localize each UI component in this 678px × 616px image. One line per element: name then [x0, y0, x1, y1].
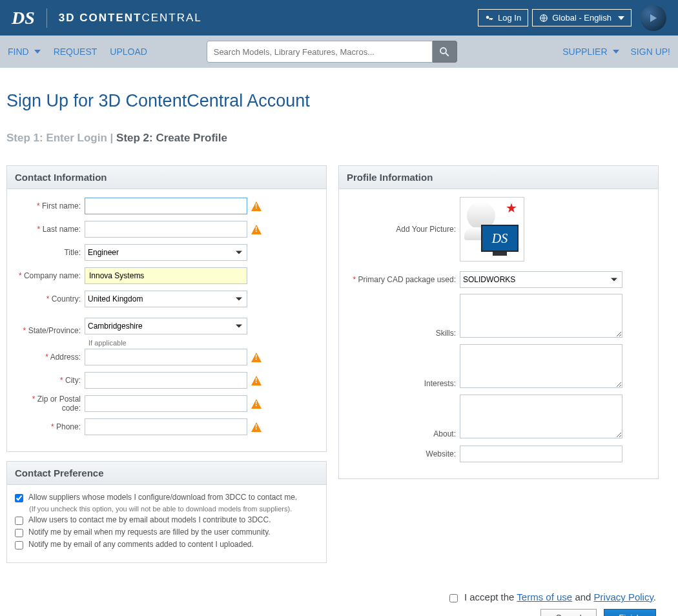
monitor-icon: DS: [481, 225, 519, 252]
contact-pref-title: Contact Preference: [7, 462, 326, 485]
search-icon: [438, 46, 450, 57]
title-label: Title:: [15, 248, 85, 257]
finish-button[interactable]: Finish: [604, 609, 656, 616]
accept-prefix: I accept the: [464, 591, 517, 602]
state-hint: If applicable: [88, 339, 318, 347]
avatar-upload[interactable]: ★ DS: [460, 197, 524, 262]
step-indicator: Step 1: Enter Login | Step 2: Create Pro…: [6, 132, 659, 145]
search-wrap: [207, 41, 457, 63]
pref-users-checkbox[interactable]: [15, 517, 23, 525]
nav-find[interactable]: FIND: [8, 46, 41, 57]
pref-users-label: Allow users to contact me by email about…: [28, 515, 271, 524]
city-label: * City:: [15, 376, 85, 385]
svg-line-2: [446, 53, 449, 56]
page-title: Sign Up for 3D ContentCentral Account: [6, 91, 659, 111]
nav-bar: FIND REQUEST UPLOAD SUPPLIER SIGN UP!: [0, 36, 678, 68]
phone-input[interactable]: [85, 418, 247, 435]
chevron-down-icon: [613, 50, 619, 54]
contact-info-panel: Contact Information * First name: * Last…: [6, 165, 327, 452]
country-select[interactable]: United Kingdom: [85, 291, 247, 307]
first-name-label: * First name:: [15, 201, 85, 210]
interests-textarea[interactable]: [460, 344, 622, 388]
accept-checkbox[interactable]: [449, 594, 458, 602]
nav-signup[interactable]: SIGN UP!: [631, 46, 670, 57]
main-content: Sign Up for 3D ContentCentral Account St…: [0, 68, 665, 616]
divider: [46, 8, 47, 28]
warning-icon: [251, 376, 262, 385]
company-input[interactable]: [85, 267, 247, 284]
accept-period: .: [653, 591, 656, 602]
about-label: About:: [347, 429, 460, 438]
last-name-input[interactable]: [85, 221, 247, 238]
nav-find-label: FIND: [8, 46, 29, 57]
website-input[interactable]: [460, 446, 622, 462]
experience-logo-icon[interactable]: [641, 5, 666, 31]
login-label: Log In: [498, 13, 521, 23]
contact-pref-panel: Contact Preference Allow suppliers whose…: [6, 461, 327, 563]
last-name-label: * Last name:: [15, 225, 85, 234]
pref-comments-label: Notify me by email of any comments added…: [28, 540, 254, 549]
nav-upload[interactable]: UPLOAD: [110, 46, 147, 57]
pref-requests-checkbox[interactable]: [15, 529, 23, 537]
pref-suppliers-sub: (If you uncheck this option, you will no…: [29, 505, 318, 513]
star-icon: ★: [506, 200, 517, 216]
nav-request[interactable]: REQUEST: [54, 46, 98, 57]
logo-area: DS 3D CONTENTCENTRAL: [12, 8, 202, 28]
skills-label: Skills:: [347, 329, 460, 338]
zip-label: * Zip or Postal code:: [15, 395, 85, 413]
pref-comments-checkbox[interactable]: [15, 541, 23, 549]
monitor-stand: [493, 252, 507, 256]
title-select[interactable]: Engineer: [85, 244, 247, 261]
skills-textarea[interactable]: [460, 294, 622, 338]
nav-supplier[interactable]: SUPPLIER: [562, 46, 619, 57]
top-header: DS 3D CONTENTCENTRAL Log In Global - Eng…: [0, 0, 678, 36]
address-label: * Address:: [15, 353, 85, 362]
company-label: * Company name:: [15, 271, 85, 280]
cad-select[interactable]: SOLIDWORKS: [460, 271, 622, 288]
pref-suppliers-label: Allow suppliers whose models I configure…: [28, 493, 297, 502]
profile-info-panel: Profile Information Add Your Picture: ★ …: [338, 165, 659, 479]
warning-icon: [251, 353, 262, 362]
website-label: Website:: [347, 449, 460, 458]
address-input[interactable]: [85, 349, 247, 365]
svg-point-1: [440, 48, 446, 54]
warning-icon: [251, 422, 262, 432]
phone-label: * Phone:: [15, 422, 85, 431]
search-button[interactable]: [433, 41, 457, 63]
step-1: Step 1: Enter Login: [6, 132, 107, 144]
accept-row: I accept the Terms of use and Privacy Po…: [6, 591, 656, 602]
brand-light: CENTRAL: [141, 12, 201, 24]
terms-link[interactable]: Terms of use: [517, 591, 572, 602]
city-input[interactable]: [85, 372, 247, 389]
zip-input[interactable]: [85, 395, 247, 412]
language-button[interactable]: Global - English: [532, 9, 632, 26]
contact-info-title: Contact Information: [7, 166, 326, 189]
brand-bold: 3D CONTENT: [59, 12, 142, 24]
brand-text: 3D CONTENTCENTRAL: [59, 12, 202, 25]
picture-label: Add Your Picture:: [347, 225, 460, 234]
login-button[interactable]: Log In: [478, 9, 528, 26]
state-select[interactable]: Cambridgeshire: [85, 318, 247, 334]
country-label: * Country:: [15, 294, 85, 303]
first-name-input[interactable]: [85, 198, 247, 214]
cancel-button[interactable]: Cancel: [540, 609, 596, 616]
profile-info-title: Profile Information: [339, 166, 658, 189]
privacy-link[interactable]: Privacy Policy: [594, 591, 653, 602]
button-row: Cancel Finish: [6, 609, 659, 616]
accept-and: and: [575, 591, 593, 602]
nav-supplier-label: SUPPLIER: [562, 46, 607, 57]
ds-logo-icon: DS: [12, 8, 35, 28]
warning-icon: [251, 225, 262, 234]
step-2: Step 2: Create Profile: [116, 132, 227, 144]
search-input[interactable]: [207, 41, 433, 63]
warning-icon: [251, 201, 262, 211]
globe-icon: [539, 14, 548, 23]
interests-label: Interests:: [347, 379, 460, 388]
pref-suppliers-checkbox[interactable]: [15, 494, 23, 502]
key-icon: [485, 14, 494, 23]
about-textarea[interactable]: [460, 395, 622, 438]
chevron-down-icon: [618, 16, 624, 20]
warning-icon: [251, 399, 262, 409]
pref-requests-label: Notify me by email when my requests are …: [28, 528, 271, 537]
state-label: * State/Province:: [15, 326, 85, 335]
